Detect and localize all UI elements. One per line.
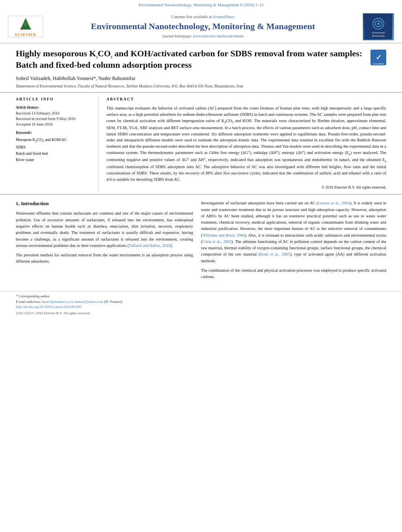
journal-title: Environmental Nanotechnology, Monitoring… (47, 21, 359, 32)
article-history: Article history: Received 13 February 20… (16, 105, 92, 127)
right-para-1: Investigations of surfactant adsorption … (201, 200, 386, 264)
svg-text:CrossMark: CrossMark (372, 63, 384, 65)
body-section: 1. Introduction Wastewater effluents tha… (0, 195, 402, 287)
elsevier-logo: ELSEVIER (8, 16, 43, 37)
respectively-word: respectively (208, 158, 228, 162)
received-date: Received 13 February 2016 (16, 111, 92, 116)
introduction-heading: 1. Introduction (16, 200, 193, 207)
article-title: Highly mesoporous K2CO3 and KOH/activate… (16, 48, 367, 71)
affiliation: Department of Environmental Science, Fac… (16, 83, 386, 89)
chen-ref[interactable]: Chen et al., 2002 (203, 239, 232, 244)
citation-bar: Environmental Nanotechnology, Monitoring… (0, 0, 402, 10)
copyright-text: © 2016 Elsevier B.V. All rights reserved… (106, 185, 386, 190)
keyword-4: River water (16, 157, 92, 163)
doi-link[interactable]: http://dx.doi.org/10.1016/j.enmm.2016.06… (16, 305, 82, 309)
abstract-text: This manuscript evaluates the behavior o… (106, 105, 386, 182)
authors: Soheil Valizadeh, Habibollah Younesi*, N… (16, 75, 386, 82)
right-para-2: The combination of the chemical and phys… (201, 267, 386, 280)
footer-doi: http://dx.doi.org/10.1016/j.enmm.2016.06… (16, 304, 386, 310)
page-footer: * Corresponding author. E-mail addresses… (0, 291, 402, 317)
keywords-section: Keywords: Mesopore K2CO3 and KOH/AC SDBS… (16, 130, 92, 163)
kruk-ref[interactable]: Kruk et al., 2005 (260, 252, 290, 256)
elsevier-logo-svg (14, 16, 37, 32)
citation-text: Environmental Nanotechnology, Monitoring… (138, 3, 263, 7)
keyword-3: Batch and fixed-bed (16, 150, 92, 157)
accepted-date: Accepted 16 June 2016 (16, 122, 92, 127)
article-title-row: Highly mesoporous K2CO3 and KOH/activate… (16, 48, 386, 71)
journal-url[interactable]: www.elsevier.com/locate/enmm (193, 34, 244, 38)
svg-point-8 (377, 22, 380, 25)
info-abstract-section: ARTICLE INFO Article history: Received 1… (0, 93, 402, 195)
crossmark-logo[interactable]: ✓ CrossMark (370, 50, 386, 65)
article-header-section: Highly mesoporous K2CO3 and KOH/activate… (0, 43, 402, 93)
elsevier-logo-area: ELSEVIER (8, 16, 43, 37)
keyword-1: Mesopore K2CO3 and KOH/AC (16, 137, 92, 144)
journal-logo-svg: Environmental Nanotechnology (365, 14, 392, 39)
email-2-link[interactable]: hunesi@yahoo.com (75, 300, 103, 304)
article-info-heading: ARTICLE INFO (16, 96, 92, 102)
journal-header-center: Contents lists available at ScienceDirec… (47, 14, 359, 39)
svg-text:✓: ✓ (376, 54, 382, 61)
keyword-2: SDBS (16, 144, 92, 150)
taffarel-ref[interactable]: Taffarel and Rubio, 2010 (129, 243, 170, 248)
crossmark-icon: ✓ CrossMark (370, 50, 386, 65)
body-right-column: Investigations of surfactant adsorption … (201, 200, 386, 283)
page-header: ELSEVIER Contents lists available at Sci… (0, 10, 402, 43)
history-label: Article history: (16, 105, 92, 110)
sciencedirect-link[interactable]: ScienceDirect (212, 15, 234, 19)
journal-logo: Environmental Nanotechnology (363, 13, 394, 41)
intro-para-1: Wastewater effluents that contain surfac… (16, 210, 193, 249)
intro-para-2: The prevalent method for surfactant remo… (16, 252, 193, 265)
abstract-column: ABSTRACT This manuscript evaluates the b… (106, 96, 386, 190)
journal-logo-area: Environmental Nanotechnology (363, 13, 394, 41)
journal-homepage: journal homepage: www.elsevier.com/locat… (47, 33, 359, 39)
footer-corresponding: * Corresponding author. (16, 294, 386, 299)
footer-issn: 2215-1532/© 2016 Elsevier B.V. All right… (16, 311, 386, 316)
svg-text:Environmental: Environmental (372, 32, 385, 34)
svg-text:Nanotechnology: Nanotechnology (372, 35, 385, 37)
footer-email: E-mail addresses: hunesi@modares.ac.ir, … (16, 299, 386, 305)
elsevier-text: ELSEVIER (15, 32, 36, 37)
keywords-label: Keywords: (16, 130, 92, 135)
email-1-link[interactable]: hunesi@modares.ac.ir (42, 300, 73, 304)
gurses-ref[interactable]: Gurses et al., 2003 (318, 201, 350, 205)
contents-available: Contents lists available at ScienceDirec… (47, 14, 359, 20)
williams-ref[interactable]: Williams and Reed, 2006 (203, 233, 245, 237)
body-left-column: 1. Introduction Wastewater effluents tha… (16, 200, 193, 283)
article-info-column: ARTICLE INFO Article history: Received 1… (16, 96, 99, 190)
received-revised-date: Received in revised form 9 May 2016 (16, 116, 92, 122)
abstract-heading: ABSTRACT (106, 96, 386, 102)
